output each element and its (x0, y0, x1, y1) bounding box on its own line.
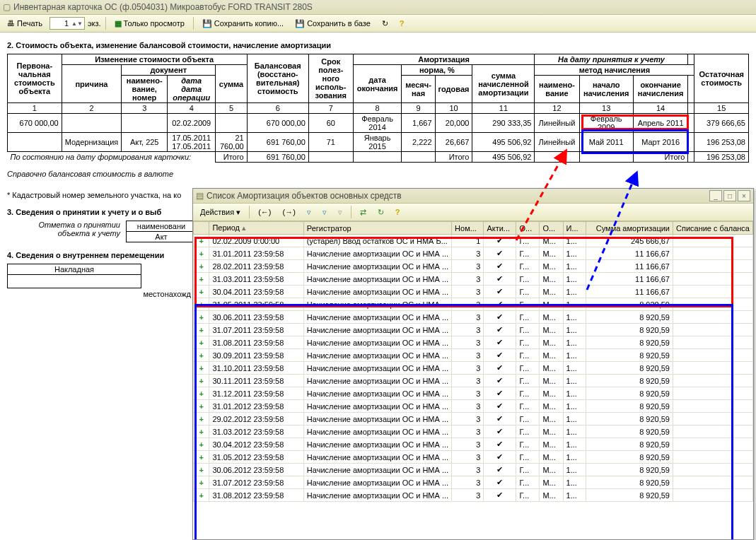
refresh-icon2: ↻ (378, 208, 384, 217)
table-row[interactable]: +31.05.2012 23:59:58Начисление амортизац… (194, 451, 753, 464)
table-row[interactable]: +30.09.2011 23:59:58Начисление амортизац… (194, 349, 753, 362)
expand-icon[interactable]: + (194, 464, 209, 476)
expand-icon[interactable]: + (194, 476, 209, 489)
hdr-c12m: метод начисления (535, 65, 694, 76)
table-row[interactable]: +31.07.2011 23:59:58Начисление амортизац… (194, 324, 753, 336)
expand-icon[interactable]: + (194, 247, 209, 260)
filter-clear-button[interactable]: ▿ (334, 206, 347, 218)
doc-icon: ▢ (3, 2, 11, 12)
sec3-label: Отметка о принятии объекта к учету (7, 221, 120, 237)
table-row[interactable]: +31.07.2012 23:59:58Начисление амортизац… (194, 476, 753, 489)
table-row[interactable]: +30.04.2012 23:59:58Начисление амортизац… (194, 438, 753, 451)
table-row[interactable]: +31.01.2012 23:59:58Начисление амортизац… (194, 400, 753, 413)
table-row[interactable]: +28.02.2011 23:59:58Начисление амортизац… (194, 260, 753, 273)
refresh-button[interactable]: ↻ (378, 18, 392, 30)
arrow-left-icon: (←) (258, 208, 271, 216)
arrow-right-icon: (→) (283, 208, 296, 216)
help-icon: ? (400, 19, 405, 28)
toolbar: 🖶Печать ▲▼ экз. ▦Только просмотр 💾Сохран… (0, 15, 756, 33)
save-db-button[interactable]: 💾Сохранить в базе (291, 18, 375, 30)
expand-icon[interactable]: + (194, 286, 209, 298)
col-o1[interactable]: О... (516, 222, 540, 235)
hdr-c9g: норма, % (402, 65, 472, 76)
expand-icon[interactable]: + (194, 400, 209, 413)
col-act[interactable]: Акти... (484, 222, 516, 235)
table-row[interactable]: +31.10.2011 23:59:58Начисление амортизац… (194, 362, 753, 375)
hdr-c14: окончание начисления (633, 76, 688, 103)
col-o2[interactable]: О... (540, 222, 563, 235)
hdr-c2: причина (62, 65, 122, 103)
close-button[interactable]: × (738, 190, 750, 201)
refresh-icon: ↻ (382, 19, 388, 28)
table-row[interactable]: +31.08.2012 23:59:58Начисление амортизац… (194, 489, 753, 502)
printer-icon: 🖶 (7, 19, 15, 28)
help-icon2: ? (395, 208, 400, 216)
filter2-button[interactable]: ▿ (318, 206, 331, 218)
expand-icon[interactable]: + (194, 324, 209, 336)
refresh-button2[interactable]: ↻ (373, 206, 388, 218)
col-sum[interactable]: Сумма амортизации (586, 222, 673, 235)
minimize-button[interactable]: _ (709, 190, 722, 201)
expand-icon[interactable]: + (194, 387, 209, 400)
hdr-c8: дата окончания (353, 65, 402, 103)
table-row[interactable]: +29.02.2012 23:59:58Начисление амортизац… (194, 413, 753, 425)
table-row[interactable]: +30.06.2012 23:59:58Начисление амортизац… (194, 464, 753, 476)
expand-icon[interactable]: + (194, 273, 209, 286)
expand-icon[interactable]: + (194, 375, 209, 387)
print-button[interactable]: 🖶Печать (3, 18, 47, 29)
hdr-c3g: документ (122, 65, 216, 76)
nav-next-button[interactable]: (→) (279, 206, 300, 218)
expand-icon[interactable]: + (194, 425, 209, 438)
col-i[interactable]: И... (563, 222, 586, 235)
sort-asc-icon: ▴ (242, 223, 246, 232)
expand-icon[interactable]: + (194, 260, 209, 273)
table-row[interactable]: +31.12.2011 23:59:58Начисление амортизац… (194, 387, 753, 400)
table-row[interactable]: +31.05.2011 23:59:58Начисление амортизац… (194, 298, 753, 311)
table-row[interactable]: +31.03.2011 23:59:58Начисление амортизац… (194, 273, 753, 286)
view-only-button[interactable]: ▦Только просмотр (110, 18, 189, 30)
swap-button[interactable]: ⇄ (356, 206, 371, 218)
popup-titlebar[interactable]: ▤ Список Амортизация объектов основных с… (193, 189, 753, 204)
col-reg[interactable]: Регистратор (303, 222, 451, 235)
funnel2-icon: ▿ (322, 208, 327, 217)
nav-prev-button[interactable]: (←) (254, 206, 275, 218)
amortization-grid[interactable]: Период ▴ Регистратор Ном... Акти... О...… (193, 221, 753, 539)
table-row[interactable]: +30.11.2011 23:59:58Начисление амортизац… (194, 375, 753, 387)
expand-icon[interactable]: + (194, 451, 209, 464)
maximize-button[interactable]: □ (723, 190, 736, 201)
expand-icon[interactable]: + (194, 413, 209, 425)
table-row[interactable]: +02.02.2009 0:00:00(устарел) Ввод остатк… (194, 235, 753, 247)
copies-input[interactable] (50, 19, 70, 28)
help-button2[interactable]: ? (391, 206, 405, 218)
expand-icon[interactable]: + (194, 336, 209, 349)
table-row[interactable]: +30.06.2011 23:59:58Начисление амортизац… (194, 311, 753, 324)
sec4-lbl2: местонахожд (7, 290, 191, 298)
hdr-c4: дата дата операции (168, 76, 216, 103)
expand-icon[interactable]: + (194, 362, 209, 375)
expand-icon[interactable]: + (194, 311, 209, 324)
col-period[interactable]: Период ▴ (209, 222, 303, 235)
chevron-down-icon: ▾ (236, 208, 240, 217)
table-row[interactable]: +30.04.2011 23:59:58Начисление амортизац… (194, 286, 753, 298)
expand-icon[interactable]: + (194, 438, 209, 451)
expand-icon[interactable]: + (194, 489, 209, 502)
col-wo[interactable]: Списание с баланса (673, 222, 752, 235)
hdr-c2g: Изменение стоимости объекта (62, 54, 247, 65)
table-row[interactable]: +31.01.2011 23:59:58Начисление амортизац… (194, 247, 753, 260)
save-copy-button[interactable]: 💾Сохранить копию... (198, 18, 288, 30)
col-nom[interactable]: Ном... (452, 222, 484, 235)
inventory-table: Первона- чальная стоимость объекта Измен… (7, 54, 749, 163)
expand-icon[interactable]: + (194, 298, 209, 311)
funnel-clear-icon: ▿ (338, 208, 342, 217)
spinner-arrows-icon[interactable]: ▲▼ (70, 21, 84, 26)
table-row[interactable]: +31.08.2011 23:59:58Начисление амортизац… (194, 336, 753, 349)
help-button[interactable]: ? (395, 18, 409, 29)
expand-icon[interactable]: + (194, 235, 209, 247)
copies-spinner[interactable]: ▲▼ (50, 17, 85, 30)
table-row[interactable]: +31.03.2012 23:59:58Начисление амортизац… (194, 425, 753, 438)
actions-dropdown[interactable]: Действия ▾ (196, 206, 245, 218)
copies-unit: экз. (88, 19, 101, 28)
filter1-button[interactable]: ▿ (303, 206, 315, 218)
hdr-c5: сумма (216, 65, 247, 103)
expand-icon[interactable]: + (194, 349, 209, 362)
